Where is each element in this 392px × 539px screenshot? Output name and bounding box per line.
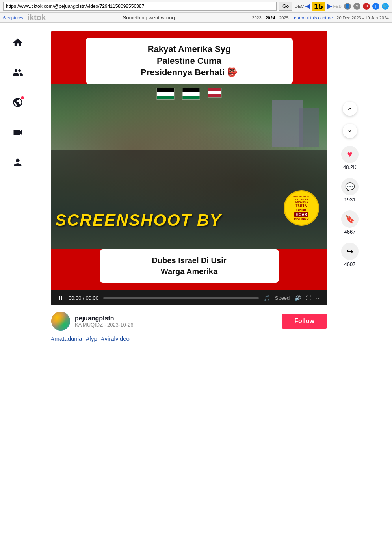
comments-count: 1931 <box>344 197 356 203</box>
bookmarks-count: 4667 <box>344 229 356 235</box>
username[interactable]: pejuangplstn <box>75 315 277 322</box>
flag-3 <box>208 88 222 98</box>
shares-count: 4607 <box>344 261 356 267</box>
video-top-text: Rakyat Amerika Syg Palestine Cuma Presid… <box>94 43 285 78</box>
year-active: 2024 <box>266 15 275 20</box>
prev-arrow[interactable]: ◀ <box>305 2 310 10</box>
wayback-toolbar: Go DEC ◀ 15 ▶ FEB 👤 ? ✕ f 🐦 <box>0 0 392 13</box>
video-actions: ♥ 48.2K 💬 1931 🔖 4667 <box>341 102 359 267</box>
captures-link[interactable]: 6 captures <box>3 15 23 20</box>
hashtag-3[interactable]: #viralvideo <box>101 335 130 342</box>
sidebar-item-explore[interactable] <box>10 95 26 110</box>
hashtag-2[interactable]: #fyp <box>86 335 97 342</box>
next-video-button[interactable] <box>343 124 357 138</box>
music-icon[interactable]: 🎵 <box>264 295 270 301</box>
video-top-section: Rakyat Amerika Syg Palestine Cuma Presid… <box>51 31 327 84</box>
video-bottom-card: Dubes Israel Di Usir Warga Amerika <box>100 249 279 283</box>
profile-icon <box>12 157 23 168</box>
home-icon <box>12 37 23 48</box>
flag-1 <box>157 88 175 100</box>
video-top-card: Rakyat Amerika Syg Palestine Cuma Presid… <box>86 38 293 84</box>
mafindo-badge: MASYARAKATANTI FITNAINDONESIA TURN BACK … <box>284 190 319 226</box>
next-arrow[interactable]: ▶ <box>327 2 332 10</box>
facebook-icon[interactable]: f <box>372 3 379 10</box>
hashtags-section: #matadunia #fyp #viralvideo <box>51 335 327 342</box>
protest-image: SCREENSHOOT BY MASYARAKATANTI FITNAINDON… <box>51 84 327 249</box>
bookmark-icon-circle: 🔖 <box>341 210 359 228</box>
bookmark-icon: 🔖 <box>345 214 355 224</box>
volume-icon[interactable]: 🔊 <box>294 295 301 301</box>
speed-control[interactable]: Speed <box>275 295 290 301</box>
likes-count: 48.2K <box>343 164 357 170</box>
close-icon[interactable]: ✕ <box>363 3 370 10</box>
sidebar-item-inbox[interactable] <box>10 125 26 140</box>
about-capture-link[interactable]: ▼ About this capture <box>293 15 333 20</box>
twitter-icon[interactable]: 🐦 <box>382 3 389 10</box>
wayback-icons: 👤 ? ✕ f 🐦 <box>344 3 389 10</box>
notification-dot <box>21 96 24 99</box>
inbox-icon <box>12 127 23 138</box>
year-next: 2025 <box>279 15 288 20</box>
tiktok-brand-label: iktok <box>27 13 46 22</box>
tiktok-layout: Rakyat Amerika Syg Palestine Cuma Presid… <box>0 23 392 535</box>
url-input[interactable] <box>3 2 277 11</box>
building-1 <box>272 100 303 147</box>
badge-turn: TURN <box>295 204 308 208</box>
user-row: pejuangplstn KA'MUQIDZ · 2023-10-26 Foll… <box>51 312 327 331</box>
go-button[interactable]: Go <box>279 2 292 11</box>
comment-icon: 💬 <box>345 182 355 191</box>
sidebar-item-home[interactable] <box>10 35 26 50</box>
badge-hoax: HOAX <box>294 212 309 217</box>
like-action[interactable]: ♥ 48.2K <box>341 146 359 170</box>
like-icon-circle: ♥ <box>341 146 359 163</box>
fullscreen-icon[interactable]: ⛶ <box>306 295 311 301</box>
pause-button[interactable]: ⏸ <box>58 294 64 301</box>
account-icon[interactable]: 👤 <box>344 3 351 10</box>
friends-icon <box>12 67 23 78</box>
date-range: 20 Dec 2023 - 19 Jan 2024 <box>336 15 389 20</box>
video-player[interactable]: Rakyat Amerika Syg Palestine Cuma Presid… <box>51 31 327 305</box>
heart-icon: ♥ <box>347 149 352 160</box>
comment-action[interactable]: 💬 1931 <box>341 178 359 203</box>
follow-button[interactable]: Follow <box>282 314 327 329</box>
share-icon: ↪ <box>347 247 353 256</box>
comment-icon-circle: 💬 <box>341 178 359 195</box>
chevron-up-icon <box>347 106 353 112</box>
user-info: pejuangplstn KA'MUQIDZ · 2023-10-26 <box>75 315 277 328</box>
error-message: Something went wrong <box>50 15 248 20</box>
badge-subtitle: MASYARAKATANTI FITNAINDONESIA <box>293 195 310 204</box>
flag-2 <box>182 88 200 100</box>
badge-back: BACK <box>296 208 307 212</box>
video-section: Rakyat Amerika Syg Palestine Cuma Presid… <box>51 31 327 305</box>
building-2 <box>299 108 319 147</box>
sidebar <box>0 23 35 535</box>
wayback-nav: DEC ◀ 15 ▶ FEB <box>295 2 342 11</box>
video-photo-section: SCREENSHOOT BY MASYARAKATANTI FITNAINDON… <box>51 84 327 249</box>
hashtag-1[interactable]: #matadunia <box>51 335 82 342</box>
wayback-bar2: 6 captures iktok Something went wrong 20… <box>0 13 392 23</box>
help-icon[interactable]: ? <box>353 3 360 10</box>
more-options-icon[interactable]: ··· <box>316 295 321 301</box>
sidebar-item-profile[interactable] <box>10 154 26 170</box>
bookmark-action[interactable]: 🔖 4667 <box>341 210 359 235</box>
prev-video-button[interactable] <box>343 102 357 116</box>
sidebar-item-friends[interactable] <box>10 65 26 80</box>
active-date: 15 <box>312 2 325 11</box>
dec-label: DEC <box>295 4 304 9</box>
year-prev: 2023 <box>252 15 261 20</box>
time-display: 00:00 / 00:00 <box>69 295 98 301</box>
screenshoot-label: SCREENSHOOT BY <box>55 211 280 230</box>
main-content: Rakyat Amerika Syg Palestine Cuma Presid… <box>35 23 392 535</box>
video-content: Rakyat Amerika Syg Palestine Cuma Presid… <box>51 31 327 290</box>
share-icon-circle: ↪ <box>341 243 359 260</box>
feb-label: FEB <box>333 4 342 9</box>
chevron-down-icon <box>347 128 353 134</box>
progress-bar[interactable] <box>103 297 259 299</box>
below-video: pejuangplstn KA'MUQIDZ · 2023-10-26 Foll… <box>51 312 327 342</box>
video-controls: ⏸ 00:00 / 00:00 🎵 Speed 🔊 ⛶ ··· <box>51 290 327 305</box>
share-action[interactable]: ↪ 4607 <box>341 243 359 267</box>
video-bottom-section: Dubes Israel Di Usir Warga Amerika <box>51 249 327 290</box>
user-avatar[interactable] <box>51 312 70 331</box>
video-bottom-text: Dubes Israel Di Usir Warga Amerika <box>108 255 271 277</box>
user-subtitle: KA'MUQIDZ · 2023-10-26 <box>75 322 277 328</box>
